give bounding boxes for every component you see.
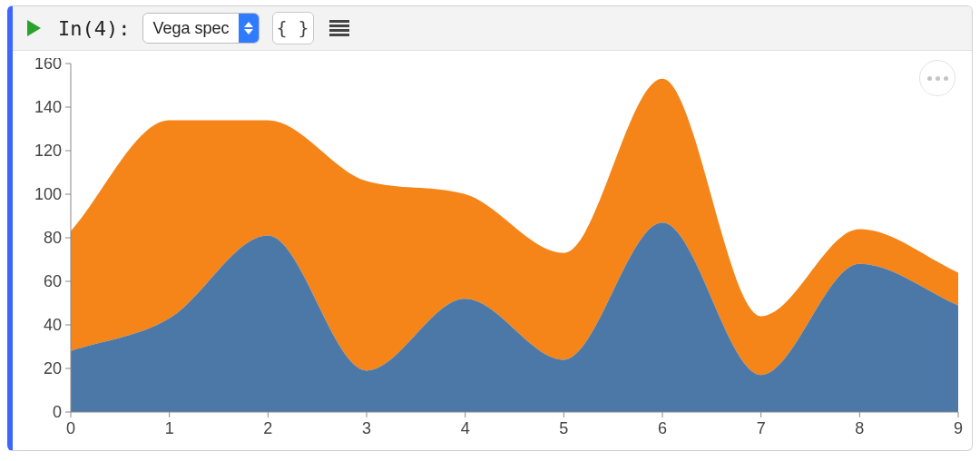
svg-text:5: 5 xyxy=(559,419,568,437)
svg-marker-2 xyxy=(244,29,253,34)
chart-more-button[interactable] xyxy=(919,60,956,96)
svg-text:1: 1 xyxy=(165,419,174,437)
svg-text:7: 7 xyxy=(757,419,766,437)
svg-text:3: 3 xyxy=(362,419,371,437)
lines-button[interactable] xyxy=(327,15,352,41)
svg-text:120: 120 xyxy=(34,142,62,160)
svg-marker-1 xyxy=(244,22,253,27)
svg-text:20: 20 xyxy=(44,359,62,378)
svg-text:0: 0 xyxy=(66,419,75,437)
svg-marker-0 xyxy=(27,20,41,36)
svg-text:160: 160 xyxy=(34,58,62,73)
svg-text:2: 2 xyxy=(263,419,272,437)
select-value: Vega spec xyxy=(143,14,238,43)
svg-text:6: 6 xyxy=(658,419,667,437)
svg-rect-3 xyxy=(329,20,349,23)
select-arrows-icon xyxy=(239,14,259,43)
svg-text:9: 9 xyxy=(954,419,963,437)
stacked-area-chart: 0204060801001201401600123456789 xyxy=(20,58,964,439)
svg-text:8: 8 xyxy=(855,419,864,437)
more-icon xyxy=(944,76,948,81)
more-icon xyxy=(927,76,932,81)
svg-text:100: 100 xyxy=(34,185,62,203)
svg-rect-5 xyxy=(329,29,349,32)
chart-output: 0204060801001201401600123456789 xyxy=(13,51,972,450)
svg-text:140: 140 xyxy=(34,98,62,116)
svg-text:40: 40 xyxy=(44,316,62,334)
y-axis: 020406080100120140160 xyxy=(34,58,71,421)
svg-text:0: 0 xyxy=(53,403,62,421)
output-format-select[interactable]: Vega spec xyxy=(142,13,259,44)
notebook-cell: In(4): Vega spec { } 0204060801001201401… xyxy=(7,5,973,451)
run-icon xyxy=(25,19,42,37)
svg-rect-6 xyxy=(329,34,349,36)
more-icon xyxy=(936,76,940,81)
x-axis: 0123456789 xyxy=(66,412,963,437)
cell-toolbar: In(4): Vega spec { } xyxy=(13,6,972,51)
cell-prompt: In(4): xyxy=(58,17,130,40)
svg-rect-4 xyxy=(329,25,349,27)
braces-button[interactable]: { } xyxy=(272,12,314,44)
svg-text:80: 80 xyxy=(44,229,62,247)
lines-icon xyxy=(329,20,349,36)
run-button[interactable] xyxy=(22,16,45,40)
svg-text:4: 4 xyxy=(461,419,470,437)
svg-text:60: 60 xyxy=(44,272,62,290)
